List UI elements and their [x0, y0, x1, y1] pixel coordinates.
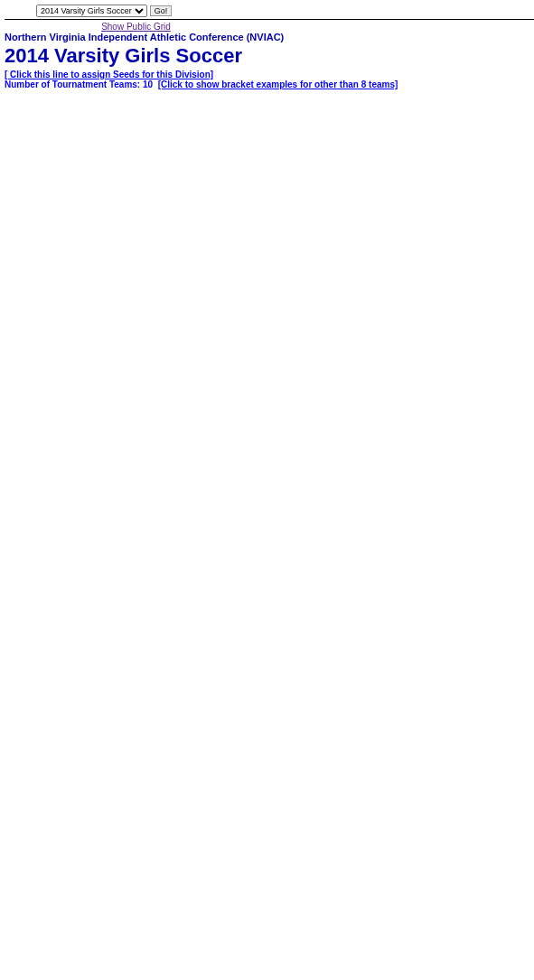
assign-seeds-link[interactable]: [ Click this line to assign Seeds for th… — [5, 70, 213, 79]
go-button[interactable]: Go! — [150, 5, 173, 16]
page-title: 2014 Varsity Girls Soccer — [5, 44, 534, 68]
show-public-link[interactable]: Show Public Grid — [101, 22, 171, 32]
conference-name: Northern Virginia Independent Athletic C… — [5, 32, 534, 42]
bracket-examples-link[interactable]: [Click to show bracket examples for othe… — [158, 79, 398, 89]
division-select[interactable]: 2014 Varsity Girls Soccer — [36, 5, 147, 17]
num-teams: Number of Tournatment Teams: 10 — [5, 79, 153, 89]
